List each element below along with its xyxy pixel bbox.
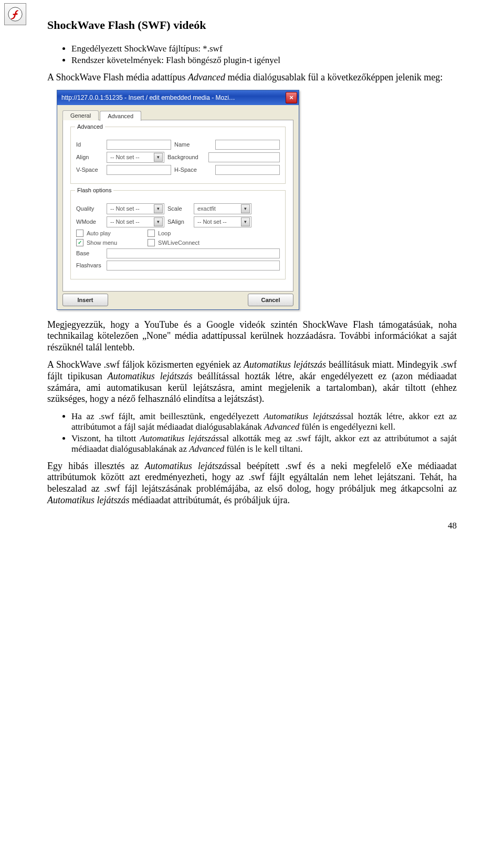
dialog-titlebar: http://127.0.0.1:51235 - Insert / edit e… <box>57 90 299 105</box>
label-liveconnect: SWLiveConnect <box>158 240 200 246</box>
advanced-legend: Advanced <box>75 123 105 130</box>
liveconnect-checkbox[interactable]: SWLiveConnect <box>148 239 200 246</box>
bullet-case-enabled: Ha az .swf fájlt, amit beillesztünk, eng… <box>71 411 457 432</box>
advanced-panel: Advanced Id Name Align -- Not set -- ▾ <box>62 120 293 292</box>
base-input[interactable] <box>107 248 280 258</box>
label-wmode: WMode <box>76 219 103 225</box>
bullet-system-req: Rendszer követelmények: Flash böngésző p… <box>71 55 457 66</box>
label-name: Name <box>174 141 212 148</box>
checkbox-icon <box>148 230 155 237</box>
page-number: 48 <box>47 521 457 531</box>
scale-select[interactable]: exactfit ▾ <box>194 203 251 214</box>
close-icon[interactable]: × <box>286 92 297 103</box>
id-input[interactable] <box>107 140 171 150</box>
chevron-down-icon: ▾ <box>154 153 163 162</box>
autoplay-desc-paragraph: A ShockWave .swf fáljok közismerten egyé… <box>47 359 457 404</box>
bullet-case-disabled: Viszont, ha tiltott Automatikus lejátszá… <box>71 433 457 454</box>
label-id: Id <box>76 141 103 148</box>
vspace-input[interactable] <box>107 165 171 175</box>
note-paragraph: Megjegyezzük, hogy a YouTube és a Google… <box>47 319 457 354</box>
wmode-select-value: -- Not set -- <box>110 219 140 225</box>
checkbox-icon <box>76 230 83 237</box>
insert-button[interactable]: Insert <box>62 294 108 306</box>
background-input[interactable] <box>208 152 280 162</box>
flashvars-input[interactable] <box>107 261 280 271</box>
align-select[interactable]: -- Not set -- ▾ <box>107 152 164 163</box>
intro-paragraph: A ShockWave Flash média adattípus Advanc… <box>47 72 457 84</box>
cancel-button[interactable]: Cancel <box>248 294 293 306</box>
wmode-select[interactable]: -- Not set -- ▾ <box>107 216 164 227</box>
checkbox-icon <box>148 239 155 246</box>
flash-logo-icon <box>4 3 26 25</box>
dialog-body: General Advanced Advanced Id Name Align <box>57 105 299 309</box>
flash-legend: Flash options <box>75 187 113 193</box>
salign-select[interactable]: -- Not set -- ▾ <box>194 216 251 227</box>
checkbox-icon: ✓ <box>76 239 83 246</box>
label-quality: Quality <box>76 205 103 212</box>
tab-advanced[interactable]: Advanced <box>100 111 141 121</box>
quality-select[interactable]: -- Not set -- ▾ <box>107 203 164 214</box>
label-flashvars: Flashvars <box>76 262 103 268</box>
mismatch-paragraph: Egy hibás illesztés az Automatikus leját… <box>47 461 457 506</box>
label-salign: SAlign <box>167 219 191 225</box>
flash-options-fieldset: Flash options Quality -- Not set -- ▾ Sc… <box>70 190 286 279</box>
advanced-fieldset: Advanced Id Name Align -- Not set -- ▾ <box>70 127 286 184</box>
autoplay-cases-list: Ha az .swf fájlt, amit beillesztünk, eng… <box>47 411 457 454</box>
label-scale: Scale <box>167 205 191 212</box>
bullet-allowed-filetype: Engedélyezett ShockWave fájltípus: *.swf <box>71 44 457 54</box>
label-base: Base <box>76 250 103 256</box>
label-bg: Background <box>167 154 205 160</box>
salign-select-value: -- Not set -- <box>197 219 227 225</box>
autoplay-checkbox[interactable]: Auto play <box>76 230 111 237</box>
hspace-input[interactable] <box>215 165 280 175</box>
label-loop: Loop <box>158 230 171 236</box>
chevron-down-icon: ▾ <box>154 217 163 226</box>
label-align: Align <box>76 154 103 160</box>
document-page: ShockWave Flash (SWF) videók Engedélyeze… <box>0 0 504 552</box>
dialog-title: http://127.0.0.1:51235 - Insert / edit e… <box>61 94 286 101</box>
showmenu-checkbox[interactable]: ✓ Show menu <box>76 239 117 246</box>
label-hspace: H-Space <box>174 167 212 173</box>
label-vspace: V-Space <box>76 167 103 173</box>
chevron-down-icon: ▾ <box>241 217 250 226</box>
loop-checkbox[interactable]: Loop <box>148 230 171 237</box>
tab-strip: General Advanced <box>62 110 293 120</box>
chevron-down-icon: ▾ <box>154 204 163 213</box>
media-dialog: http://127.0.0.1:51235 - Insert / edit e… <box>57 90 299 310</box>
dialog-button-row: Insert Cancel <box>62 292 293 306</box>
align-select-value: -- Not set -- <box>110 154 140 160</box>
tab-general[interactable]: General <box>62 110 99 120</box>
chevron-down-icon: ▾ <box>241 204 250 213</box>
name-input[interactable] <box>215 140 280 150</box>
quality-select-value: -- Not set -- <box>110 205 140 212</box>
label-showmenu: Show menu <box>87 240 117 246</box>
scale-select-value: exactfit <box>197 205 216 212</box>
label-autoplay: Auto play <box>87 230 111 236</box>
heading-swf-videos: ShockWave Flash (SWF) videók <box>47 18 457 32</box>
allowed-and-reqs-list: Engedélyezett ShockWave fájltípus: *.swf… <box>47 44 457 66</box>
